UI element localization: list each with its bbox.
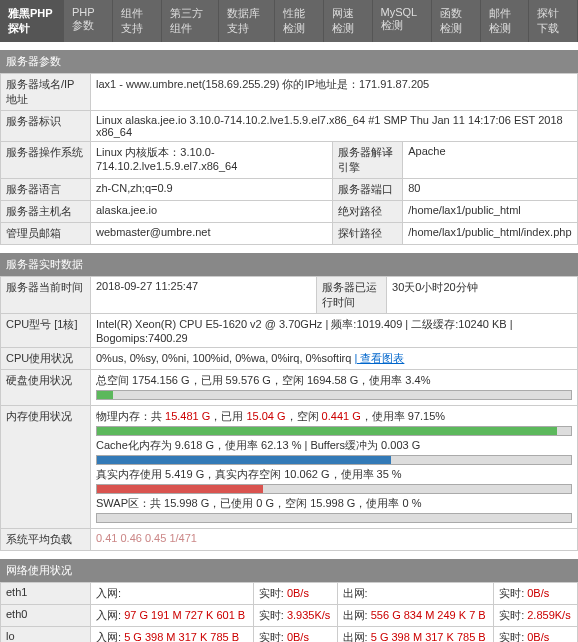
mem-cache-bar [96,455,572,465]
table-row: 服务器标识Linux alaska.jee.io 3.10.0-714.10.2… [1,111,578,142]
view-chart-link[interactable]: | 查看图表 [354,352,404,364]
table-row: 内存使用状况 物理内存：共 15.481 G，已用 15.04 G，空闲 0.4… [1,406,578,529]
table-row: CPU使用状况0%us, 0%sy, 0%ni, 100%id, 0%wa, 0… [1,348,578,370]
nav-tab-db[interactable]: 数据库支持 [219,0,276,42]
disk-bar [96,390,572,400]
nav-tab-mysql[interactable]: MySQL检测 [373,0,432,42]
nav-tab-net[interactable]: 网速检测 [324,0,373,42]
nav-tab-download[interactable]: 探针下载 [529,0,578,42]
label: 服务器域名/IP地址 [1,74,91,111]
table-row: 服务器域名/IP地址lax1 - www.umbre.net(158.69.25… [1,74,578,111]
table-row: lo 入网: 5 G 398 M 317 K 785 B 实时: 0B/s 出网… [1,627,578,643]
table-row: CPU型号 [1核]Intel(R) Xeon(R) CPU E5-1620 v… [1,314,578,348]
table-row: 系统平均负载0.41 0.46 0.45 1/471 [1,529,578,551]
network-header: 网络使用状况 [0,559,578,582]
table-row: eth0 入网: 97 G 191 M 727 K 601 B 实时: 3.93… [1,605,578,627]
table-row: 服务器当前时间2018-09-27 11:25:47服务器已运行时间30天0小时… [1,277,578,314]
table-row: 硬盘使用状况 总空间 1754.156 G，已用 59.576 G，空闲 169… [1,370,578,406]
mem-cache: Cache化内存为 9.618 G，使用率 62.13 % | Buffers缓… [96,438,572,453]
table-row: 管理员邮箱webmaster@umbre.net探针路径/home/lax1/p… [1,223,578,245]
server-params-header: 服务器参数 [0,50,578,73]
nav-tab-mail[interactable]: 邮件检测 [481,0,530,42]
nav-tab-3rd[interactable]: 第三方组件 [162,0,219,42]
app-title: 雅黑PHP探针 [0,0,64,42]
nav-tab-component[interactable]: 组件支持 [113,0,162,42]
nav-tab-perf[interactable]: 性能检测 [275,0,324,42]
network-table: eth1 入网: 实时: 0B/s 出网: 实时: 0B/seth0 入网: 9… [0,582,578,642]
mem-real: 真实内存使用 5.419 G，真实内存空闲 10.062 G，使用率 35 % [96,467,572,482]
table-row: eth1 入网: 实时: 0B/s 出网: 实时: 0B/s [1,583,578,605]
mem-phys-bar [96,426,572,436]
mem-swap: SWAP区：共 15.998 G，已使用 0 G，空闲 15.998 G，使用率… [96,496,572,511]
top-nav: 雅黑PHP探针 PHP参数 组件支持 第三方组件 数据库支持 性能检测 网速检测… [0,0,578,42]
label: 服务器标识 [1,111,91,142]
table-row: 服务器主机名alaska.jee.io绝对路径/home/lax1/public… [1,201,578,223]
value: Linux alaska.jee.io 3.10.0-714.10.2.lve1… [91,111,578,142]
nav-tab-php[interactable]: PHP参数 [64,0,113,42]
server-params-table: 服务器域名/IP地址lax1 - www.umbre.net(158.69.25… [0,73,578,245]
table-row: 服务器语言zh-CN,zh;q=0.9服务器端口80 [1,179,578,201]
realtime-table: 服务器当前时间2018-09-27 11:25:47服务器已运行时间30天0小时… [0,276,578,551]
table-row: 服务器操作系统Linux 内核版本：3.10.0-714.10.2.lve1.5… [1,142,578,179]
value: lax1 - www.umbre.net(158.69.255.29) 你的IP… [91,74,578,111]
realtime-header: 服务器实时数据 [0,253,578,276]
mem-real-bar [96,484,572,494]
mem-phys: 物理内存：共 15.481 G，已用 15.04 G，空闲 0.441 G，使用… [96,409,572,424]
mem-swap-bar [96,513,572,523]
nav-tab-func[interactable]: 函数检测 [432,0,481,42]
disk-text: 总空间 1754.156 G，已用 59.576 G，空闲 1694.58 G，… [96,373,572,388]
